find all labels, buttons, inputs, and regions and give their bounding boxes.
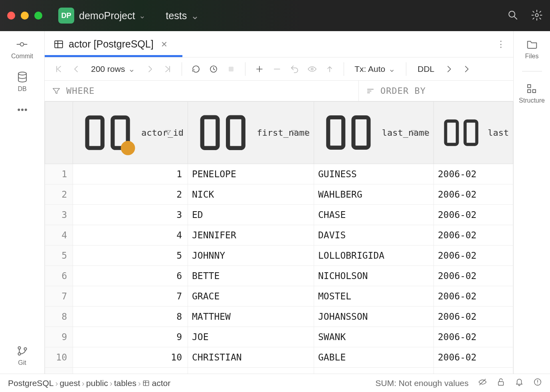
tx-mode-dropdown[interactable]: Tx: Auto⌄	[352, 64, 398, 74]
add-row-button[interactable]	[253, 63, 265, 75]
orderby-filter-input[interactable]: ORDER BY	[358, 81, 513, 101]
cell-last-name[interactable]: GUINESS	[314, 164, 434, 184]
cell-last-update[interactable]: 2006-02	[434, 265, 513, 286]
cell-last-name[interactable]: SWANK	[314, 327, 434, 347]
more-tools-button[interactable]	[16, 104, 28, 116]
table-row[interactable]: 66BETTENICHOLSON2006-02	[45, 265, 513, 286]
cell-actor-id[interactable]: 6	[73, 265, 188, 286]
cell-actor-id[interactable]: 7	[73, 286, 188, 306]
table-row[interactable]: 77GRACEMOSTEL2006-02	[45, 286, 513, 306]
cell-last-update[interactable]: 2006-02	[434, 306, 513, 327]
row-number[interactable]: 1	[45, 164, 73, 184]
cell-last-name[interactable]: GABLE	[314, 347, 434, 367]
row-number[interactable]: 3	[45, 204, 73, 225]
close-window-button[interactable]	[7, 12, 15, 20]
sort-icon[interactable]	[176, 129, 184, 136]
submit-button[interactable]	[324, 63, 336, 75]
filter-icon[interactable]	[291, 129, 298, 136]
database-tool-button[interactable]: DB	[16, 71, 28, 93]
row-number[interactable]: 7	[45, 286, 73, 306]
close-tab-button[interactable]: ✕	[161, 40, 168, 49]
cell-first-name[interactable]: JENNIFER	[188, 225, 314, 245]
search-everywhere-button[interactable]	[507, 9, 519, 22]
cell-last-update[interactable]: 2006-02	[434, 204, 513, 225]
data-grid[interactable]: actor_id first_name	[45, 101, 513, 374]
git-tool-button[interactable]: Git	[16, 345, 28, 366]
reload-button[interactable]	[190, 63, 202, 75]
breadcrumb-item[interactable]: guest	[59, 378, 80, 388]
column-header-last-update[interactable]: last	[434, 102, 513, 164]
row-number[interactable]: 9	[45, 327, 73, 347]
chevron-down-icon[interactable]: ⌄	[139, 11, 146, 20]
cell-first-name[interactable]: GRACE	[188, 286, 314, 306]
sort-icon[interactable]	[422, 129, 429, 136]
column-header-actor-id[interactable]: actor_id	[73, 102, 188, 164]
minimize-window-button[interactable]	[21, 12, 29, 20]
row-number[interactable]: 2	[45, 184, 73, 204]
delete-row-button[interactable]	[271, 63, 283, 75]
revert-button[interactable]	[289, 63, 301, 75]
table-row[interactable]: 88MATTHEWJOHANSSON2006-02	[45, 306, 513, 327]
cell-first-name[interactable]: JOHNNY	[188, 245, 314, 265]
sort-icon[interactable]	[303, 129, 310, 136]
cell-first-name[interactable]: CHRISTIAN	[188, 347, 314, 367]
stop-button[interactable]	[225, 63, 237, 75]
cell-last-update[interactable]: 2006-02	[434, 164, 513, 184]
lock-indicator[interactable]	[497, 378, 505, 388]
editor-tab[interactable]: actor [PostgreSQL] ✕	[45, 31, 176, 57]
cell-first-name[interactable]: ED	[188, 204, 314, 225]
table-row[interactable]: 11PENELOPEGUINESS2006-02	[45, 164, 513, 184]
cell-last-name[interactable]: DAVIS	[314, 225, 434, 245]
filter-icon[interactable]	[410, 129, 417, 136]
ddl-button[interactable]: DDL	[414, 64, 437, 74]
column-header-last-name[interactable]: last_name	[314, 102, 434, 164]
cell-last-update[interactable]: 2006-02	[434, 245, 513, 265]
readonly-indicator[interactable]	[478, 378, 487, 388]
breadcrumb[interactable]: PostgreSQL›guest›public›tables› actor	[8, 378, 170, 388]
project-name[interactable]: demoProject	[79, 10, 135, 22]
cell-last-name[interactable]: CHASE	[314, 204, 434, 225]
row-number[interactable]: 4	[45, 225, 73, 245]
prev-nav-button[interactable]	[443, 63, 455, 75]
filter-icon[interactable]	[164, 129, 172, 136]
commit-tool-button[interactable]: Commit	[11, 38, 33, 60]
cell-last-update[interactable]: 2006-02	[434, 347, 513, 367]
row-number[interactable]: 10	[45, 347, 73, 367]
cell-last-name[interactable]: MOSTEL	[314, 286, 434, 306]
tab-options-button[interactable]: ⋮	[489, 39, 513, 49]
rowcount-dropdown[interactable]: 200 rows⌄	[88, 64, 138, 74]
row-number[interactable]: 8	[45, 306, 73, 327]
cell-actor-id[interactable]: 10	[73, 347, 188, 367]
row-number[interactable]: 6	[45, 265, 73, 286]
project-badge[interactable]: DP	[58, 8, 74, 24]
cell-actor-id[interactable]: 4	[73, 225, 188, 245]
breadcrumb-item[interactable]: PostgreSQL	[8, 378, 53, 388]
table-row[interactable]: 1111ZEROCAGE2006-02	[45, 367, 513, 374]
row-header-corner[interactable]	[45, 102, 73, 164]
cell-actor-id[interactable]: 9	[73, 327, 188, 347]
auto-refresh-button[interactable]	[208, 63, 220, 75]
notifications-button[interactable]	[515, 378, 524, 388]
table-row[interactable]: 55JOHNNYLOLLOBRIGIDA2006-02	[45, 245, 513, 265]
cell-actor-id[interactable]: 11	[73, 367, 188, 374]
vcs-branch-widget[interactable]: tests ⌄	[162, 10, 199, 22]
cell-last-name[interactable]: NICHOLSON	[314, 265, 434, 286]
cell-first-name[interactable]: MATTHEW	[188, 306, 314, 327]
where-filter-input[interactable]: WHERE	[45, 81, 358, 101]
cell-first-name[interactable]: ZERO	[188, 367, 314, 374]
cell-first-name[interactable]: BETTE	[188, 265, 314, 286]
cell-last-update[interactable]: 2006-02	[434, 225, 513, 245]
cell-last-name[interactable]: JOHANSSON	[314, 306, 434, 327]
prev-page-button[interactable]	[70, 63, 82, 75]
last-page-button[interactable]	[162, 63, 174, 75]
breadcrumb-item[interactable]: tables	[114, 378, 137, 388]
row-number[interactable]: 11	[45, 367, 73, 374]
cell-last-name[interactable]: LOLLOBRIGIDA	[314, 245, 434, 265]
table-row[interactable]: 22NICKWAHLBERG2006-02	[45, 184, 513, 204]
structure-tool-button[interactable]: Structure	[519, 83, 545, 104]
cell-last-update[interactable]: 2006-02	[434, 184, 513, 204]
cell-last-update[interactable]: 2006-02	[434, 367, 513, 374]
cell-last-name[interactable]: WAHLBERG	[314, 184, 434, 204]
cell-actor-id[interactable]: 2	[73, 184, 188, 204]
settings-button[interactable]	[531, 9, 543, 22]
